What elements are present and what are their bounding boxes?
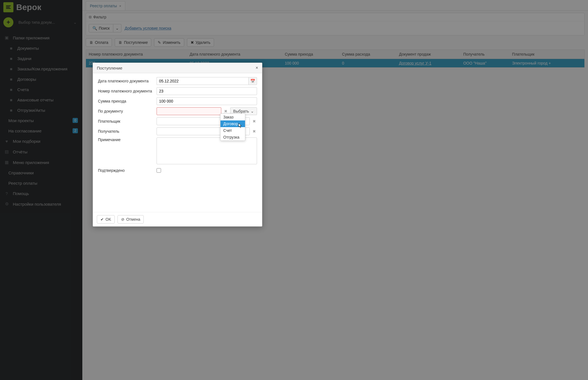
label-confirmed: Подтверждено [98,168,157,173]
select-button-label: Выбрать [233,109,249,113]
dropdown-option-invoice[interactable]: Счет [220,127,245,134]
cancel-icon: ⊘ [121,217,124,222]
dropdown-option-contract[interactable]: Договор [220,120,245,127]
label-recv: Получатель [98,129,157,134]
label-payer: Плательщик [98,119,157,124]
check-icon: ✔ [100,217,104,222]
doc-type-dropdown: Заказ Договор Счет Отгрузка [220,113,245,141]
modal-footer: ✔ OK ⊘ Отмена [93,212,262,226]
chevron-down-icon: ⌄ [251,109,254,113]
label-date: Дата платежного документа [98,79,157,83]
label-note: Примечание [98,137,157,142]
date-input[interactable] [157,77,248,85]
cancel-label: Отмена [126,217,140,222]
confirmed-checkbox[interactable] [157,168,161,173]
close-icon[interactable]: × [256,65,258,70]
clear-icon[interactable]: ✖ [223,109,229,113]
cancel-button[interactable]: ⊘ Отмена [117,215,144,224]
dropdown-option-order[interactable]: Заказ [220,114,245,120]
modal-overlay [0,0,588,380]
num-input[interactable] [157,87,257,95]
date-input-group: 📅 [157,77,257,85]
label-bydoc: По документу [98,109,157,113]
bydoc-input[interactable] [157,107,221,115]
label-sum: Сумма прихода [98,99,157,103]
label-num: Номер платежного документа [98,89,157,93]
ok-button[interactable]: ✔ OK [97,215,115,224]
receipt-modal: Поступление × Дата платежного документа … [93,63,262,227]
ok-label: OK [105,217,111,222]
dropdown-option-shipment[interactable]: Отгрузка [220,134,245,141]
sum-input[interactable] [157,97,257,105]
clear-icon[interactable]: ✖ [251,119,257,124]
modal-title: Поступление [97,66,122,70]
clear-icon[interactable]: ✖ [251,129,257,134]
calendar-icon[interactable]: 📅 [248,77,257,85]
note-textarea[interactable] [157,137,257,164]
modal-header: Поступление × [93,63,262,73]
